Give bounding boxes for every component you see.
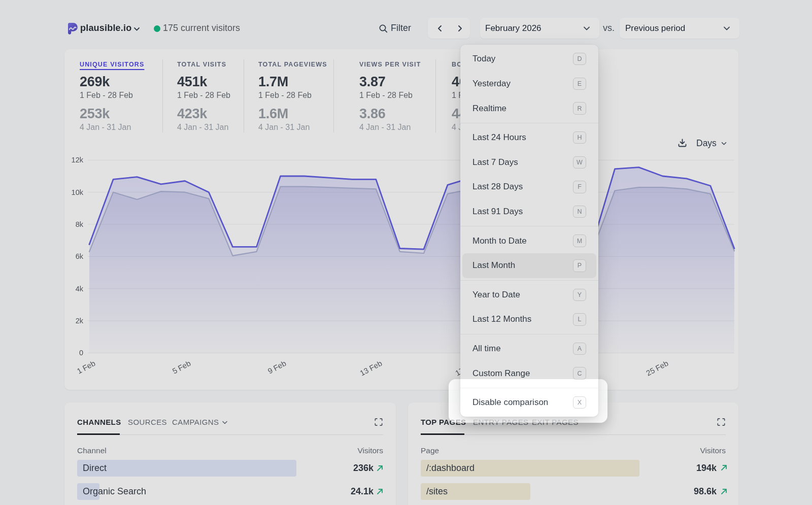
svg-text:8k: 8k [76, 220, 84, 228]
svg-text:10k: 10k [72, 188, 84, 196]
svg-text:25 Feb: 25 Feb [645, 359, 669, 378]
svg-text:4k: 4k [76, 285, 84, 293]
svg-text:5 Feb: 5 Feb [171, 359, 192, 376]
svg-text:13 Feb: 13 Feb [358, 359, 383, 378]
svg-text:2k: 2k [76, 317, 84, 325]
svg-text:1 Feb: 1 Feb [76, 359, 97, 376]
svg-text:0: 0 [79, 349, 83, 357]
svg-text:9 Feb: 9 Feb [266, 359, 288, 376]
svg-text:6k: 6k [76, 252, 84, 260]
svg-text:12k: 12k [72, 156, 84, 164]
